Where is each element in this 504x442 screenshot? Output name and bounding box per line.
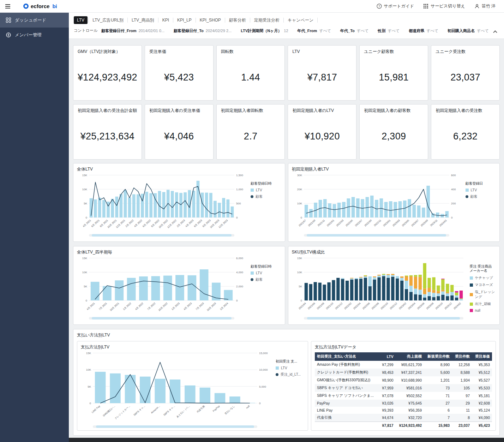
legend-label: 顧客	[256, 194, 263, 199]
tab-separator	[127, 18, 128, 23]
table-row[interactable]: Amazon Pay (手数料無料)¥7,299¥65,621,7098,990…	[315, 361, 492, 369]
kpi-label: 回転数	[217, 46, 285, 54]
tab-LTV[interactable]: LTV	[74, 16, 88, 24]
svg-text:15,000: 15,000	[259, 352, 268, 355]
filter-顧客登録日付_To[interactable]: 顧客登録日付_To2024/02/29 2...	[174, 28, 232, 34]
scrollbar-thumb[interactable]	[307, 234, 446, 237]
svg-text:2022/09: 2022/09	[364, 219, 372, 227]
sidebar-item-dashboard[interactable]: ダッシュボード	[0, 13, 69, 28]
table-header-新規受注件数[interactable]: 新規受注件数	[424, 352, 452, 361]
table-header-LTV[interactable]: LTV	[379, 352, 396, 361]
table-cell: ¥10,688,990	[396, 376, 424, 384]
legend-entry-LTV[interactable]: LTV	[466, 188, 496, 192]
scrollbar-thumb[interactable]	[307, 317, 460, 319]
svg-text:4月 2022: 4月 2022	[133, 219, 143, 228]
table-header-売上規模[interactable]: 売上規模	[396, 352, 424, 361]
table-row[interactable]: LINE Pay¥9,393¥56,359611¥5,124	[315, 407, 492, 414]
legend-entry-出汁_胡椒[interactable]: 出汁_胡椒	[470, 301, 496, 306]
svg-text:2,000: 2,000	[236, 285, 244, 288]
service-switch-button[interactable]: サービス切り替え	[423, 3, 465, 9]
tab-キャンペーン[interactable]: キャンペーン	[284, 16, 317, 25]
chart-scrollbar[interactable]	[89, 317, 234, 319]
legend-entry-顧客[interactable]: 顧客	[251, 194, 281, 199]
filter-label: 年代_From	[298, 29, 317, 33]
tab-定期受注分析[interactable]: 定期受注分析	[251, 16, 283, 25]
legend-entry-マヨネーズ[interactable]: マヨネーズ	[470, 282, 496, 287]
table-row[interactable]: クレジットカード(手数料無料)¥8,453¥47,337,2415,6008,5…	[315, 369, 492, 376]
table-header-初回受注_支払い方法名[interactable]: 初回受注_支払い方法名	[315, 352, 379, 361]
kpi-label: ユニーク受注数	[431, 46, 499, 54]
chart-scrollbar[interactable]	[304, 317, 463, 319]
kpi-card: GMV（LTV計測対象）¥124,923,492	[73, 45, 142, 101]
table-cell: ¥5,353	[472, 361, 492, 369]
legend-entry-顧客[interactable]: 顧客	[466, 194, 496, 199]
legend-entry-顧客[interactable]: 顧客	[251, 277, 281, 282]
filter-初回購入商品名[interactable]: 初回購入商品名すべて	[448, 28, 489, 34]
svg-text:GMO後払い...: GMO後払い...	[102, 405, 115, 417]
svg-text:12月 2021: 12月 2021	[115, 219, 126, 229]
table-cell: ¥5,533	[472, 384, 492, 392]
filter-顧客登録日付_From[interactable]: 顧客登録日付_From2014/02/01 0...	[101, 28, 164, 34]
collapse-controls-button[interactable]	[491, 28, 499, 35]
svg-text:12月 2022: 12月 2022	[167, 219, 177, 229]
legend-entry-null[interactable]: null	[470, 309, 496, 312]
scrollbar-thumb[interactable]	[92, 317, 232, 319]
horizontal-scrollbar[interactable]	[69, 438, 504, 442]
svg-text:15K: 15K	[86, 352, 91, 355]
legend-entry-受注_id_LT...[interactable]: 受注_id_LT...	[276, 372, 304, 377]
support-guide-button[interactable]: ? サポートガイド	[377, 3, 414, 9]
legend-title: 顧客登録日時	[251, 181, 281, 186]
svg-text:2月 2022: 2月 2022	[125, 219, 134, 228]
table-row[interactable]: PayPay¥3,026¥75,6452729¥2,608	[315, 400, 492, 407]
legend-label: 塩_ドレッシング	[475, 289, 496, 299]
table-row[interactable]: GMO後払い(手数料330円(税込))¥8,900¥10,688,9901,20…	[315, 376, 492, 384]
scrollbar-thumb[interactable]	[92, 234, 232, 237]
tab-KPI[interactable]: KPI	[159, 16, 172, 24]
filter-value: 12	[284, 29, 288, 33]
table-cell: SBPS キャリア ドコモ払い	[315, 384, 379, 392]
sidebar-item-members[interactable]: メンバー管理	[0, 28, 69, 42]
table-row[interactable]: SBPS キャリア ドコモ払い¥7,959¥581,01673105¥5,533	[315, 384, 492, 392]
table-row[interactable]: SBPS キャリア ソフトバンクま...¥7,078¥502,5527197¥5…	[315, 392, 492, 400]
table-cell: ¥32,720	[396, 414, 424, 422]
chart-scrollbar[interactable]	[89, 234, 234, 237]
legend-entry-ケチャップ[interactable]: ケチャップ	[470, 275, 496, 280]
kpi-label: 初回定期購入者の受注数	[431, 104, 499, 113]
legend-entry-LTV[interactable]: LTV	[276, 366, 304, 370]
filter-value: すべて	[426, 29, 438, 33]
tab-LTV_商品別[interactable]: LTV_商品別	[128, 16, 157, 25]
chart-scrollbar[interactable]	[93, 425, 257, 428]
filter-年代_To[interactable]: 年代_Toすべて	[340, 28, 369, 34]
logo-icon	[23, 4, 29, 9]
svg-text:600: 600	[451, 174, 456, 177]
table-row[interactable]: 代金引換¥4,674¥32,72078¥4,090	[315, 414, 492, 422]
legend-swatch	[470, 303, 473, 306]
table-cell: ¥9,393	[379, 407, 396, 414]
svg-text:2023/02: 2023/02	[398, 302, 407, 310]
tab-顧客分析[interactable]: 顧客分析	[226, 16, 249, 25]
svg-text:0: 0	[86, 299, 88, 302]
table-header-受注単価[interactable]: 受注単価	[472, 352, 492, 361]
table-header-受注件数[interactable]: 受注件数	[452, 352, 472, 361]
scrollbar-thumb[interactable]	[96, 425, 254, 428]
tab-KPI_LP[interactable]: KPI_LP	[174, 16, 195, 24]
svg-text:0: 0	[90, 402, 91, 405]
filter-都道府県[interactable]: 都道府県すべて	[409, 28, 438, 34]
hamburger-menu-icon[interactable]	[0, 4, 16, 8]
chart-scrollbar[interactable]	[304, 234, 449, 237]
legend-entry-塩_ドレッシング[interactable]: 塩_ドレッシング	[470, 289, 496, 299]
filter-LTV計測期間（Nヶ月）[interactable]: LTV計測期間（Nヶ月）12	[241, 28, 288, 34]
table-cell: ¥65,621,709	[396, 361, 424, 369]
svg-text:30K: 30K	[297, 174, 302, 177]
filter-年代_From[interactable]: 年代_Fromすべて	[298, 28, 331, 34]
table-cell: ¥5,512	[472, 369, 492, 376]
tab-KPI_SHOP[interactable]: KPI_SHOP	[197, 16, 224, 24]
legend-swatch	[466, 195, 468, 198]
tab-LTV_広告URL別[interactable]: LTV_広告URL別	[89, 16, 127, 25]
svg-text:0: 0	[259, 402, 261, 405]
chart-title: 全体LTV_四半期毎	[77, 249, 281, 255]
user-menu[interactable]: 笹竹 洋	[474, 3, 496, 9]
filter-性別[interactable]: 性別すべて	[378, 28, 400, 34]
legend-entry-LTV[interactable]: LTV	[251, 271, 281, 275]
legend-entry-LTV[interactable]: LTV	[251, 188, 281, 192]
